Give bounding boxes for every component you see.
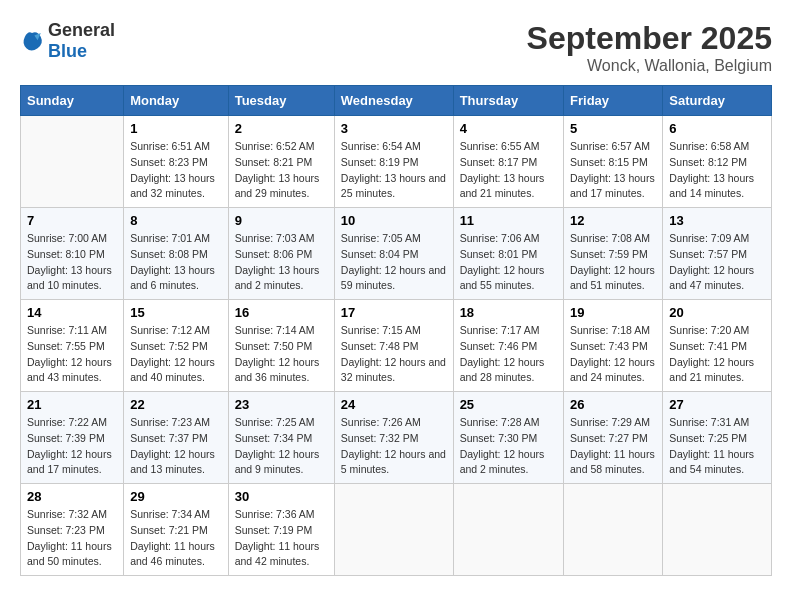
day-number: 20 bbox=[669, 305, 765, 320]
day-info: Sunrise: 7:09 AMSunset: 7:57 PMDaylight:… bbox=[669, 231, 765, 294]
calendar-cell bbox=[21, 116, 124, 208]
calendar-header-row: SundayMondayTuesdayWednesdayThursdayFrid… bbox=[21, 86, 772, 116]
calendar-week-row: 1Sunrise: 6:51 AMSunset: 8:23 PMDaylight… bbox=[21, 116, 772, 208]
day-number: 2 bbox=[235, 121, 328, 136]
calendar-cell: 26Sunrise: 7:29 AMSunset: 7:27 PMDayligh… bbox=[564, 392, 663, 484]
logo-text: General Blue bbox=[48, 20, 115, 62]
day-info: Sunrise: 7:08 AMSunset: 7:59 PMDaylight:… bbox=[570, 231, 656, 294]
calendar-cell: 19Sunrise: 7:18 AMSunset: 7:43 PMDayligh… bbox=[564, 300, 663, 392]
title-area: September 2025 Wonck, Wallonia, Belgium bbox=[527, 20, 772, 75]
calendar-cell: 7Sunrise: 7:00 AMSunset: 8:10 PMDaylight… bbox=[21, 208, 124, 300]
day-number: 15 bbox=[130, 305, 222, 320]
calendar-cell: 17Sunrise: 7:15 AMSunset: 7:48 PMDayligh… bbox=[334, 300, 453, 392]
day-header-monday: Monday bbox=[124, 86, 229, 116]
day-number: 24 bbox=[341, 397, 447, 412]
calendar-cell: 25Sunrise: 7:28 AMSunset: 7:30 PMDayligh… bbox=[453, 392, 563, 484]
day-number: 27 bbox=[669, 397, 765, 412]
day-number: 26 bbox=[570, 397, 656, 412]
calendar-week-row: 14Sunrise: 7:11 AMSunset: 7:55 PMDayligh… bbox=[21, 300, 772, 392]
day-number: 7 bbox=[27, 213, 117, 228]
calendar-cell: 2Sunrise: 6:52 AMSunset: 8:21 PMDaylight… bbox=[228, 116, 334, 208]
day-number: 10 bbox=[341, 213, 447, 228]
location-title: Wonck, Wallonia, Belgium bbox=[527, 57, 772, 75]
calendar-cell: 30Sunrise: 7:36 AMSunset: 7:19 PMDayligh… bbox=[228, 484, 334, 576]
logo: General Blue bbox=[20, 20, 115, 62]
day-number: 5 bbox=[570, 121, 656, 136]
day-info: Sunrise: 7:36 AMSunset: 7:19 PMDaylight:… bbox=[235, 507, 328, 570]
day-number: 9 bbox=[235, 213, 328, 228]
calendar-cell: 8Sunrise: 7:01 AMSunset: 8:08 PMDaylight… bbox=[124, 208, 229, 300]
calendar-week-row: 28Sunrise: 7:32 AMSunset: 7:23 PMDayligh… bbox=[21, 484, 772, 576]
day-header-thursday: Thursday bbox=[453, 86, 563, 116]
day-info: Sunrise: 7:11 AMSunset: 7:55 PMDaylight:… bbox=[27, 323, 117, 386]
day-number: 17 bbox=[341, 305, 447, 320]
calendar-cell bbox=[564, 484, 663, 576]
day-number: 19 bbox=[570, 305, 656, 320]
calendar-cell bbox=[334, 484, 453, 576]
day-info: Sunrise: 7:34 AMSunset: 7:21 PMDaylight:… bbox=[130, 507, 222, 570]
day-info: Sunrise: 6:52 AMSunset: 8:21 PMDaylight:… bbox=[235, 139, 328, 202]
day-number: 29 bbox=[130, 489, 222, 504]
day-header-friday: Friday bbox=[564, 86, 663, 116]
calendar-cell: 15Sunrise: 7:12 AMSunset: 7:52 PMDayligh… bbox=[124, 300, 229, 392]
day-info: Sunrise: 7:05 AMSunset: 8:04 PMDaylight:… bbox=[341, 231, 447, 294]
day-info: Sunrise: 7:32 AMSunset: 7:23 PMDaylight:… bbox=[27, 507, 117, 570]
day-info: Sunrise: 6:51 AMSunset: 8:23 PMDaylight:… bbox=[130, 139, 222, 202]
day-info: Sunrise: 7:31 AMSunset: 7:25 PMDaylight:… bbox=[669, 415, 765, 478]
calendar-cell: 23Sunrise: 7:25 AMSunset: 7:34 PMDayligh… bbox=[228, 392, 334, 484]
day-number: 8 bbox=[130, 213, 222, 228]
calendar-cell: 1Sunrise: 6:51 AMSunset: 8:23 PMDaylight… bbox=[124, 116, 229, 208]
day-info: Sunrise: 6:55 AMSunset: 8:17 PMDaylight:… bbox=[460, 139, 557, 202]
day-number: 3 bbox=[341, 121, 447, 136]
calendar-cell: 11Sunrise: 7:06 AMSunset: 8:01 PMDayligh… bbox=[453, 208, 563, 300]
day-number: 14 bbox=[27, 305, 117, 320]
day-header-tuesday: Tuesday bbox=[228, 86, 334, 116]
day-info: Sunrise: 7:12 AMSunset: 7:52 PMDaylight:… bbox=[130, 323, 222, 386]
logo-general: General bbox=[48, 20, 115, 40]
calendar-cell: 27Sunrise: 7:31 AMSunset: 7:25 PMDayligh… bbox=[663, 392, 772, 484]
day-info: Sunrise: 7:28 AMSunset: 7:30 PMDaylight:… bbox=[460, 415, 557, 478]
day-number: 13 bbox=[669, 213, 765, 228]
calendar-cell: 16Sunrise: 7:14 AMSunset: 7:50 PMDayligh… bbox=[228, 300, 334, 392]
day-info: Sunrise: 7:29 AMSunset: 7:27 PMDaylight:… bbox=[570, 415, 656, 478]
logo-blue: Blue bbox=[48, 41, 87, 61]
page-header: General Blue September 2025 Wonck, Wallo… bbox=[20, 20, 772, 75]
day-info: Sunrise: 6:54 AMSunset: 8:19 PMDaylight:… bbox=[341, 139, 447, 202]
calendar-week-row: 7Sunrise: 7:00 AMSunset: 8:10 PMDaylight… bbox=[21, 208, 772, 300]
calendar-cell: 3Sunrise: 6:54 AMSunset: 8:19 PMDaylight… bbox=[334, 116, 453, 208]
day-info: Sunrise: 7:17 AMSunset: 7:46 PMDaylight:… bbox=[460, 323, 557, 386]
calendar-cell: 20Sunrise: 7:20 AMSunset: 7:41 PMDayligh… bbox=[663, 300, 772, 392]
day-number: 6 bbox=[669, 121, 765, 136]
day-info: Sunrise: 7:01 AMSunset: 8:08 PMDaylight:… bbox=[130, 231, 222, 294]
day-number: 16 bbox=[235, 305, 328, 320]
month-title: September 2025 bbox=[527, 20, 772, 57]
day-info: Sunrise: 7:22 AMSunset: 7:39 PMDaylight:… bbox=[27, 415, 117, 478]
day-number: 28 bbox=[27, 489, 117, 504]
calendar-cell: 6Sunrise: 6:58 AMSunset: 8:12 PMDaylight… bbox=[663, 116, 772, 208]
day-number: 11 bbox=[460, 213, 557, 228]
day-number: 4 bbox=[460, 121, 557, 136]
day-info: Sunrise: 7:25 AMSunset: 7:34 PMDaylight:… bbox=[235, 415, 328, 478]
calendar-cell bbox=[453, 484, 563, 576]
calendar-cell: 29Sunrise: 7:34 AMSunset: 7:21 PMDayligh… bbox=[124, 484, 229, 576]
calendar-cell: 28Sunrise: 7:32 AMSunset: 7:23 PMDayligh… bbox=[21, 484, 124, 576]
day-number: 12 bbox=[570, 213, 656, 228]
day-number: 23 bbox=[235, 397, 328, 412]
day-info: Sunrise: 7:06 AMSunset: 8:01 PMDaylight:… bbox=[460, 231, 557, 294]
calendar-cell: 14Sunrise: 7:11 AMSunset: 7:55 PMDayligh… bbox=[21, 300, 124, 392]
calendar-cell: 24Sunrise: 7:26 AMSunset: 7:32 PMDayligh… bbox=[334, 392, 453, 484]
calendar-cell: 5Sunrise: 6:57 AMSunset: 8:15 PMDaylight… bbox=[564, 116, 663, 208]
day-number: 18 bbox=[460, 305, 557, 320]
day-number: 1 bbox=[130, 121, 222, 136]
day-header-wednesday: Wednesday bbox=[334, 86, 453, 116]
day-info: Sunrise: 7:00 AMSunset: 8:10 PMDaylight:… bbox=[27, 231, 117, 294]
calendar-cell: 13Sunrise: 7:09 AMSunset: 7:57 PMDayligh… bbox=[663, 208, 772, 300]
day-info: Sunrise: 7:14 AMSunset: 7:50 PMDaylight:… bbox=[235, 323, 328, 386]
day-number: 30 bbox=[235, 489, 328, 504]
calendar-cell: 18Sunrise: 7:17 AMSunset: 7:46 PMDayligh… bbox=[453, 300, 563, 392]
day-info: Sunrise: 6:58 AMSunset: 8:12 PMDaylight:… bbox=[669, 139, 765, 202]
day-number: 22 bbox=[130, 397, 222, 412]
day-info: Sunrise: 7:15 AMSunset: 7:48 PMDaylight:… bbox=[341, 323, 447, 386]
day-info: Sunrise: 6:57 AMSunset: 8:15 PMDaylight:… bbox=[570, 139, 656, 202]
calendar-cell: 22Sunrise: 7:23 AMSunset: 7:37 PMDayligh… bbox=[124, 392, 229, 484]
